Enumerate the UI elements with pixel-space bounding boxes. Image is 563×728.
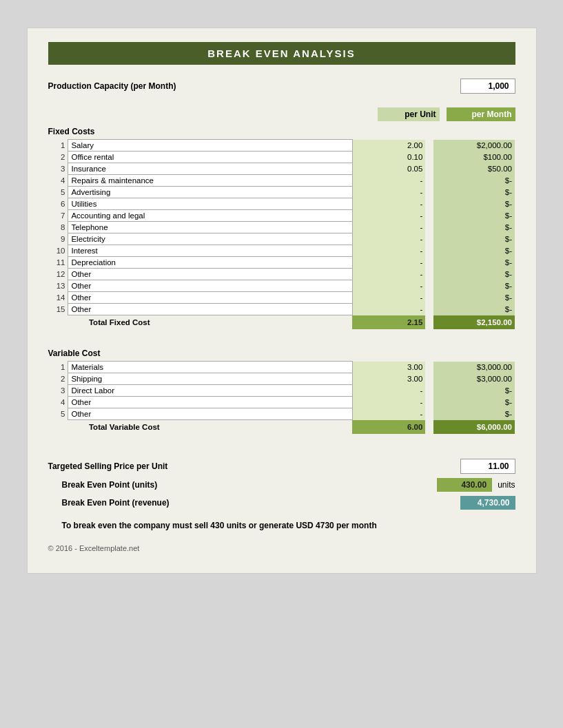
row-per-unit: - bbox=[352, 175, 425, 187]
row-number: 11 bbox=[48, 257, 68, 269]
row-number: 6 bbox=[48, 198, 68, 210]
row-item-name: Advertising bbox=[68, 187, 352, 198]
row-item-name: Utilities bbox=[68, 198, 352, 210]
row-per-unit: 0.05 bbox=[352, 163, 425, 175]
variable-total-label: Total Variable Cost bbox=[68, 420, 352, 435]
row-per-month: $2,000.00 bbox=[433, 140, 515, 152]
row-item-name: Other bbox=[68, 397, 352, 408]
row-item-name: Interest bbox=[68, 245, 352, 257]
fixed-cost-row: 1 Salary 2.00 $2,000.00 bbox=[48, 140, 515, 152]
fixed-costs-label: Fixed Costs bbox=[48, 127, 515, 136]
row-item-name: Depreciation bbox=[68, 257, 352, 269]
row-item-name: Accounting and legal bbox=[68, 210, 352, 222]
row-per-month: $- bbox=[433, 233, 515, 245]
page-title: BREAK EVEN ANALYSIS bbox=[48, 42, 515, 65]
row-per-unit: 2.00 bbox=[352, 140, 425, 152]
fixed-cost-row: 3 Insurance 0.05 $50.00 bbox=[48, 163, 515, 175]
variable-costs-table: 1 Materials 3.00 $3,000.00 2 Shipping 3.… bbox=[48, 361, 515, 434]
row-per-unit: 3.00 bbox=[352, 362, 425, 373]
row-per-month: $- bbox=[433, 222, 515, 233]
row-item-name: Telephone bbox=[68, 222, 352, 233]
row-number: 1 bbox=[48, 362, 68, 373]
copyright-text: © 2016 - Exceltemplate.net bbox=[48, 544, 515, 552]
row-per-month: $- bbox=[433, 280, 515, 292]
row-per-month: $- bbox=[433, 175, 515, 187]
row-per-unit: - bbox=[352, 198, 425, 210]
row-per-month: $- bbox=[433, 304, 515, 315]
row-item-name: Salary bbox=[68, 140, 352, 152]
row-number: 4 bbox=[48, 397, 68, 408]
row-per-month: $3,000.00 bbox=[433, 373, 515, 385]
fixed-total-unit: 2.15 bbox=[352, 315, 425, 330]
variable-costs-total-row: Total Variable Cost 6.00 $6,000.00 bbox=[48, 420, 515, 435]
row-per-unit: - bbox=[352, 292, 425, 304]
row-per-month: $- bbox=[433, 198, 515, 210]
row-per-month: $- bbox=[433, 397, 515, 408]
row-per-unit: - bbox=[352, 257, 425, 269]
row-per-unit: 3.00 bbox=[352, 373, 425, 385]
row-item-name: Other bbox=[68, 292, 352, 304]
fixed-cost-row: 2 Office rental 0.10 $100.00 bbox=[48, 152, 515, 163]
row-item-name: Materials bbox=[68, 362, 352, 373]
production-label: Production Capacity (per Month) bbox=[48, 81, 460, 91]
row-number: 10 bbox=[48, 245, 68, 257]
selling-price-value[interactable]: 11.00 bbox=[460, 459, 515, 474]
break-even-revenue-label: Break Even Point (revenue) bbox=[48, 498, 255, 508]
row-per-month: $100.00 bbox=[433, 152, 515, 163]
row-item-name: Other bbox=[68, 304, 352, 315]
fixed-cost-row: 4 Repairs & maintenance - $- bbox=[48, 175, 515, 187]
row-per-month: $50.00 bbox=[433, 163, 515, 175]
fixed-cost-row: 9 Electricity - $- bbox=[48, 233, 515, 245]
row-per-unit: - bbox=[352, 397, 425, 408]
row-item-name: Shipping bbox=[68, 373, 352, 385]
header-per-month: per Month bbox=[447, 107, 515, 121]
row-number: 8 bbox=[48, 222, 68, 233]
break-even-units-label: Break Even Point (units) bbox=[48, 480, 255, 490]
row-number: 5 bbox=[48, 408, 68, 420]
units-suffix: units bbox=[498, 480, 515, 490]
fixed-cost-row: 10 Interest - $- bbox=[48, 245, 515, 257]
row-item-name: Other bbox=[68, 269, 352, 280]
fixed-cost-row: 6 Utilities - $- bbox=[48, 198, 515, 210]
row-item-name: Electricity bbox=[68, 233, 352, 245]
row-number: 3 bbox=[48, 163, 68, 175]
row-item-name: Insurance bbox=[68, 163, 352, 175]
fixed-cost-row: 15 Other - $- bbox=[48, 304, 515, 315]
production-value: 1,000 bbox=[460, 79, 515, 94]
row-number: 1 bbox=[48, 140, 68, 152]
fixed-cost-row: 7 Accounting and legal - $- bbox=[48, 210, 515, 222]
selling-price-label: Targeted Selling Price per Unit bbox=[48, 461, 255, 471]
header-per-unit: per Unit bbox=[378, 107, 440, 121]
break-even-units-row: Break Even Point (units) 430.00 units bbox=[48, 478, 515, 492]
row-per-unit: 0.10 bbox=[352, 152, 425, 163]
row-per-unit: - bbox=[352, 304, 425, 315]
row-number: 9 bbox=[48, 233, 68, 245]
row-per-month: $- bbox=[433, 245, 515, 257]
production-capacity-row: Production Capacity (per Month) 1,000 bbox=[48, 79, 515, 94]
row-item-name: Other bbox=[68, 280, 352, 292]
selling-price-row: Targeted Selling Price per Unit 11.00 bbox=[48, 459, 515, 474]
fixed-cost-row: 12 Other - $- bbox=[48, 269, 515, 280]
row-number: 4 bbox=[48, 175, 68, 187]
row-per-unit: - bbox=[352, 245, 425, 257]
row-item-name: Repairs & maintenance bbox=[68, 175, 352, 187]
fixed-costs-table: 1 Salary 2.00 $2,000.00 2 Office rental … bbox=[48, 139, 515, 329]
row-number: 3 bbox=[48, 385, 68, 397]
variable-costs-label: Variable Cost bbox=[48, 349, 515, 358]
conclusion-text: To break even the company must sell 430 … bbox=[48, 521, 515, 530]
row-per-unit: - bbox=[352, 187, 425, 198]
row-per-unit: - bbox=[352, 385, 425, 397]
row-per-month: $- bbox=[433, 257, 515, 269]
row-per-month: $- bbox=[433, 292, 515, 304]
variable-total-unit: 6.00 bbox=[352, 420, 425, 435]
row-per-unit: - bbox=[352, 269, 425, 280]
fixed-costs-total-row: Total Fixed Cost 2.15 $2,150.00 bbox=[48, 315, 515, 330]
break-even-revenue-value: 4,730.00 bbox=[460, 496, 515, 510]
row-number: 7 bbox=[48, 210, 68, 222]
row-per-month: $- bbox=[433, 385, 515, 397]
column-headers: per Unit per Month bbox=[48, 107, 515, 121]
row-per-month: $- bbox=[433, 408, 515, 420]
row-per-unit: - bbox=[352, 233, 425, 245]
summary-section: Targeted Selling Price per Unit 11.00 Br… bbox=[48, 459, 515, 510]
row-item-name: Other bbox=[68, 408, 352, 420]
